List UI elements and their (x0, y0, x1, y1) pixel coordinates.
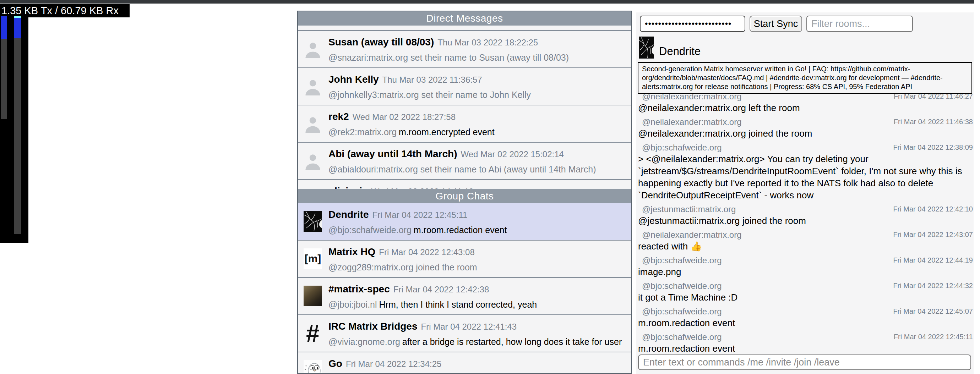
dm-room-list: Susan (away till 08/03)Thu Mar 03 2022 1… (298, 25, 631, 216)
room-last-activity-time: Fri Mar 04 2022 12:42:38 (393, 285, 489, 294)
room-list-item[interactable]: DendriteFri Mar 04 2022 12:45:11 @bjo:sc… (298, 203, 631, 241)
room-last-activity-time: Thu Mar 03 2022 11:36:57 (382, 75, 482, 84)
network-traffic-graph (0, 16, 29, 243)
filter-rooms-input[interactable] (807, 16, 913, 32)
message-body: > <@neilalexander:matrix.org> You can tr… (638, 153, 973, 201)
room-last-activity-time: Fri Mar 04 2022 12:43:08 (379, 247, 475, 257)
room-name: John Kelly (328, 74, 379, 85)
network-stats: 1.35 KB Tx / 60.79 KB Rx (0, 4, 130, 17)
message-timestamp: Fri Mar 04 2022 11:46:38 (894, 116, 973, 127)
message-sender: @neilalexander:matrix.org (638, 116, 742, 127)
room-last-message-preview: after a bridge is restarted, how long do… (402, 337, 622, 347)
direct-messages-header: Direct Messages (298, 11, 631, 25)
room-name: IRC Matrix Bridges (328, 321, 418, 332)
room-last-sender: @zogg289:matrix.org joined the room (328, 262, 477, 272)
message-sender: @bjo:schafweide.org (638, 306, 722, 317)
room-list-item[interactable]: # IRC Matrix BridgesFri Mar 04 2022 12:4… (298, 315, 631, 352)
chat-message: @bjo:schafweide.org Fri Mar 04 2022 12:4… (638, 280, 973, 303)
message-timeline: @neilalexander:matrix.org Fri Mar 04 202… (638, 91, 973, 374)
access-token-input[interactable] (640, 16, 745, 32)
room-last-sender: @jboi:jboi.nl (328, 300, 377, 309)
traffic-bar (1, 16, 7, 243)
sync-controls: Start Sync (640, 16, 913, 32)
room-list-item[interactable]: #matrix-specFri Mar 04 2022 12:42:38 @jb… (298, 278, 631, 315)
message-body: reacted with 👍 (638, 240, 973, 252)
room-last-activity-time: Fri Mar 04 2022 12:45:11 (372, 210, 468, 220)
message-sender: @bjo:schafweide.org (638, 142, 722, 153)
room-avatar-icon (304, 360, 322, 374)
message-body: @neilalexander:matrix.org left the room (638, 102, 973, 114)
room-avatar-icon (304, 286, 322, 306)
group-room-list: DendriteFri Mar 04 2022 12:45:11 @bjo:sc… (298, 203, 631, 374)
group-chats-section: Group Chats DendriteFri Mar 04 2022 12:4… (298, 189, 631, 373)
room-list-item[interactable]: Abi (away until 14th March)Wed Mar 02 20… (298, 142, 631, 179)
room-avatar-icon (304, 211, 322, 232)
room-list-item[interactable]: rek2Wed Mar 02 2022 18:27:58 @rek2:matri… (298, 105, 631, 142)
room-name: rek2 (328, 111, 349, 122)
room-last-message-preview: Hrm, then I think I stand corrected, yea… (379, 300, 537, 309)
room-avatar-icon: # (304, 323, 322, 344)
message-body: m.room.redaction event (638, 317, 973, 329)
message-timestamp: Fri Mar 04 2022 12:45:07 (893, 306, 973, 317)
rooms-panel: Direct Messages Susan (away till 08/03)T… (297, 11, 632, 374)
room-last-activity-time: Fri Mar 04 2022 12:41:43 (421, 322, 517, 331)
room-list-item[interactable]: GoFri Mar 04 2022 12:34:25 (298, 352, 631, 374)
room-last-message-preview: m.room.encrypted event (399, 127, 495, 137)
room-last-sender: @abialdouri:matrix.org set their name to… (328, 164, 596, 174)
message-sender: @jestunmactii:matrix.org (638, 204, 736, 215)
message-body: image.png (638, 266, 973, 278)
chat-message: @bjo:schafweide.org Fri Mar 04 2022 12:4… (638, 331, 973, 355)
room-last-activity-time: Wed Mar 02 2022 15:02:14 (461, 149, 564, 159)
room-avatar-icon (304, 39, 322, 59)
start-sync-button[interactable]: Start Sync (749, 16, 802, 32)
chat-message: @bjo:schafweide.org Fri Mar 04 2022 12:4… (638, 306, 973, 329)
room-last-sender: @rek2:matrix.org (328, 127, 397, 137)
room-last-activity-time: Thu Mar 03 2022 18:22:25 (438, 38, 538, 47)
room-header: Dendrite (639, 36, 700, 59)
chat-message: @neilalexander:matrix.org Fri Mar 04 202… (638, 91, 973, 114)
room-avatar-icon (304, 76, 322, 97)
message-sender: @bjo:schafweide.org (638, 331, 722, 342)
chat-message: @neilalexander:matrix.org Fri Mar 04 202… (638, 229, 973, 252)
room-list-item[interactable]: Susan (away till 08/03)Thu Mar 03 2022 1… (298, 30, 631, 67)
room-last-activity-time: Wed Mar 02 2022 18:27:58 (353, 112, 455, 122)
message-timestamp: Fri Mar 04 2022 12:44:19 (893, 255, 973, 266)
room-avatar-icon (304, 151, 322, 171)
room-name: Matrix HQ (328, 246, 375, 257)
chat-message: @bjo:schafweide.org Fri Mar 04 2022 12:3… (638, 142, 973, 201)
message-body: it got a Time Machine :D (638, 291, 973, 303)
room-avatar-icon (639, 36, 654, 59)
group-chats-header: Group Chats (298, 189, 631, 203)
message-body: @jestunmactii:matrix.org joined the room (638, 215, 973, 227)
message-body: @neilalexander:matrix.org joined the roo… (638, 127, 973, 139)
traffic-bar (14, 16, 21, 243)
message-body: m.room.redaction event (638, 342, 973, 355)
room-name: #matrix-spec (328, 284, 390, 295)
room-list-item[interactable]: [m] Matrix HQFri Mar 04 2022 12:43:08 @z… (298, 241, 631, 278)
room-avatar-icon: [m] (304, 249, 322, 269)
room-topic: Second-generation Matrix homeserver writ… (638, 62, 972, 94)
message-timestamp: Fri Mar 04 2022 12:45:11 (894, 331, 973, 342)
message-timestamp: Fri Mar 04 2022 12:43:07 (893, 229, 973, 240)
window-top-strip (0, 0, 974, 3)
message-sender: @neilalexander:matrix.org (638, 229, 742, 240)
message-sender: @bjo:schafweide.org (638, 255, 722, 266)
chat-message: @jestunmactii:matrix.org Fri Mar 04 2022… (638, 204, 973, 227)
room-name: Dendrite (328, 209, 369, 220)
message-composer-input[interactable] (638, 355, 971, 370)
message-timestamp: Fri Mar 04 2022 12:42:10 (893, 204, 973, 215)
room-title: Dendrite (659, 45, 700, 59)
room-last-sender: @vivia:gnome.org (328, 337, 400, 347)
room-name: Abi (away until 14th March) (328, 148, 457, 159)
room-name: Susan (away till 08/03) (328, 36, 434, 48)
room-name: Go (328, 358, 342, 369)
room-last-sender: @johnkelly3:matrix.org set their name to… (328, 90, 531, 100)
message-timestamp: Fri Mar 04 2022 12:38:09 (893, 142, 973, 153)
room-last-activity-time: Fri Mar 04 2022 12:34:25 (346, 359, 442, 369)
room-last-sender: @bjo:schafweide.org (328, 225, 412, 235)
message-timestamp: Fri Mar 04 2022 12:44:32 (893, 280, 973, 291)
chat-message: @neilalexander:matrix.org Fri Mar 04 202… (638, 116, 973, 139)
room-last-sender: @snazari:matrix.org set their name to Su… (328, 52, 569, 62)
room-list-item[interactable]: John KellyThu Mar 03 2022 11:36:57 @john… (298, 67, 631, 105)
message-sender: @bjo:schafweide.org (638, 280, 722, 291)
